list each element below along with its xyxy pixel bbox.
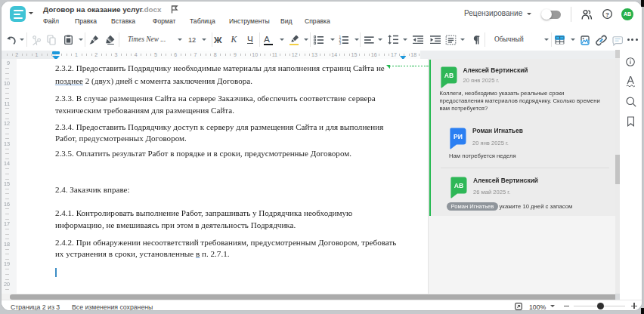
svg-text:РИ: РИ bbox=[454, 133, 463, 140]
svg-text:?: ? bbox=[605, 11, 609, 18]
svg-text:АВ: АВ bbox=[444, 72, 453, 79]
svg-text:3: 3 bbox=[339, 42, 341, 45]
svg-text:АВ: АВ bbox=[454, 182, 463, 189]
svg-text:А: А bbox=[627, 75, 634, 86]
